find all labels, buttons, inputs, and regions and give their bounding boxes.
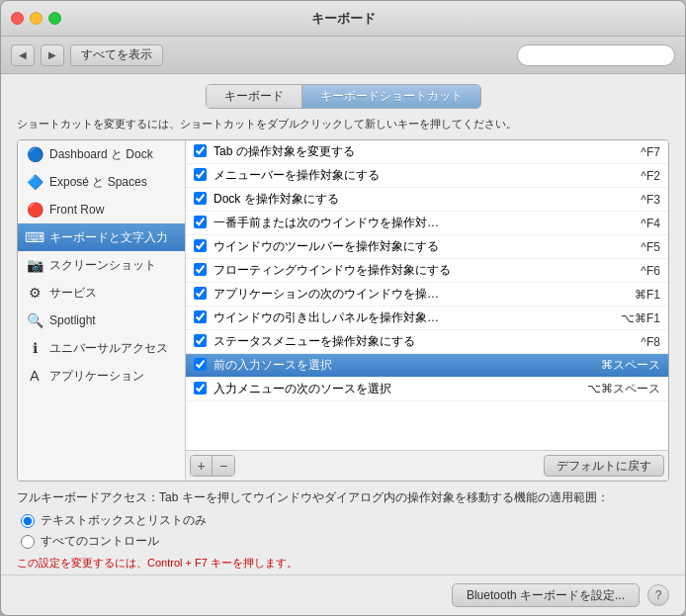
tab-keyboard[interactable]: キーボード — [207, 85, 302, 108]
traffic-lights — [11, 12, 61, 25]
sidebar-item-front-row[interactable]: 🔴Front Row — [18, 196, 185, 223]
sidebar-icon-universal-access: ℹ — [26, 339, 43, 357]
sidebar-item-spotlight[interactable]: 🔍Spotlight — [18, 307, 185, 334]
radio-text-list[interactable]: テキストボックスとリストのみ — [21, 512, 669, 529]
maximize-button[interactable] — [48, 12, 61, 25]
tab-shortcuts[interactable]: キーボードショートカット — [302, 85, 480, 108]
sidebar-icon-services: ⚙ — [26, 284, 43, 302]
shortcut-hint: ショートカットを変更するには、ショートカットをダブルクリックして新しいキーを押し… — [17, 117, 669, 132]
shortcut-label: アプリケーションの次のウインドウを操… — [214, 286, 627, 303]
shortcut-checkbox-5[interactable] — [194, 263, 207, 276]
sidebar: 🔵Dashboard と Dock🔷Exposé と Spaces🔴Front … — [18, 140, 186, 481]
radio-group: テキストボックスとリストのみ すべてのコントロール — [21, 512, 669, 550]
radio-all-controls-input[interactable] — [21, 535, 35, 549]
shortcut-checkbox-6[interactable] — [194, 287, 207, 300]
right-panel: Tab の操作対象を変更する^F7メニューバーを操作対象にする^F2Dock を… — [186, 140, 668, 481]
radio-all-controls[interactable]: すべてのコントロール — [21, 533, 669, 550]
search-input[interactable] — [517, 44, 675, 66]
shortcut-label: Dock を操作対象にする — [214, 191, 633, 208]
shortcut-key: ^F2 — [633, 169, 660, 183]
shortcut-row[interactable]: Tab の操作対象を変更する^F7 — [186, 140, 668, 164]
forward-button[interactable]: ▶ — [41, 44, 64, 66]
radio-text-list-input[interactable] — [21, 514, 35, 528]
sidebar-icon-expose-spaces: 🔷 — [26, 173, 43, 191]
sidebar-item-expose-spaces[interactable]: 🔷Exposé と Spaces — [18, 168, 185, 196]
shortcut-key: ^F4 — [633, 217, 660, 230]
help-button[interactable]: ? — [647, 584, 669, 606]
shortcut-key: ^F5 — [633, 240, 660, 254]
shortcut-checkbox-7[interactable] — [194, 310, 207, 323]
shortcut-label: ウインドウの引き出しパネルを操作対象… — [214, 309, 613, 326]
shortcut-key: ^F6 — [633, 264, 660, 278]
bottom-section: フルキーボードアクセス：Tab キーを押してウインドウやダイアログ内の操作対象を… — [17, 482, 669, 574]
close-button[interactable] — [11, 12, 24, 25]
shortcut-key: ^F8 — [633, 335, 660, 349]
shortcut-checkbox-3[interactable] — [194, 216, 207, 228]
shortcut-checkbox-10[interactable] — [194, 382, 207, 395]
shortcut-checkbox-0[interactable] — [194, 144, 207, 157]
shortcut-row[interactable]: メニューバーを操作対象にする^F2 — [186, 164, 668, 188]
shortcut-label: Tab の操作対象を変更する — [214, 143, 633, 160]
radio-text-list-label: テキストボックスとリストのみ — [41, 512, 207, 529]
shortcut-checkbox-8[interactable] — [194, 334, 207, 347]
shortcut-row[interactable]: アプリケーションの次のウインドウを操…⌘F1 — [186, 283, 668, 307]
shortcut-label: 前の入力ソースを選択 — [214, 357, 593, 374]
shortcut-label: ステータスメニューを操作対象にする — [214, 333, 633, 350]
show-all-button[interactable]: すべてを表示 — [70, 44, 163, 66]
shortcut-label: 入力メニューの次のソースを選択 — [214, 381, 579, 397]
shortcut-row[interactable]: ウインドウの引き出しパネルを操作対象…⌥⌘F1 — [186, 307, 668, 330]
shortcut-checkbox-9[interactable] — [194, 358, 207, 371]
sidebar-icon-front-row: 🔴 — [26, 201, 43, 219]
shortcut-key: ⌘F1 — [627, 288, 660, 302]
sidebar-label-front-row: Front Row — [49, 203, 104, 217]
tab-group: キーボード キーボードショートカット — [206, 84, 481, 109]
add-remove-group: + − — [190, 455, 235, 477]
sidebar-label-expose-spaces: Exposé と Spaces — [49, 174, 147, 191]
sidebar-item-keyboard-input[interactable]: ⌨キーボードと文字入力 — [18, 223, 185, 251]
sidebar-item-screenshot[interactable]: 📷スクリーンショット — [18, 251, 185, 279]
shortcut-row[interactable]: 入力メニューの次のソースを選択⌥⌘スペース — [186, 378, 668, 401]
sidebar-icon-screenshot: 📷 — [26, 256, 43, 274]
remove-shortcut-button[interactable]: − — [213, 456, 234, 476]
shortcut-row[interactable]: ステータスメニューを操作対象にする^F8 — [186, 330, 668, 354]
shortcut-key: ⌥⌘F1 — [613, 311, 660, 325]
window-title: キーボード — [311, 10, 376, 28]
sidebar-label-spotlight: Spotlight — [49, 313, 96, 327]
shortcuts-table: Tab の操作対象を変更する^F7メニューバーを操作対象にする^F2Dock を… — [186, 140, 668, 450]
shortcut-checkbox-4[interactable] — [194, 239, 207, 252]
default-button[interactable]: デフォルトに戻す — [544, 455, 664, 477]
shortcut-label: フローティングウインドウを操作対象にする — [214, 262, 633, 279]
sidebar-label-dashboard-dock: Dashboard と Dock — [49, 146, 153, 163]
sidebar-item-dashboard-dock[interactable]: 🔵Dashboard と Dock — [18, 140, 185, 168]
sidebar-label-applications: アプリケーション — [49, 368, 144, 385]
shortcut-row[interactable]: 一番手前または次のウインドウを操作対…^F4 — [186, 212, 668, 235]
shortcut-label: メニューバーを操作対象にする — [214, 167, 633, 184]
sidebar-item-applications[interactable]: Aアプリケーション — [18, 362, 185, 390]
main-content: ショートカットを変更するには、ショートカットをダブルクリックして新しいキーを押し… — [1, 117, 685, 574]
shortcut-row[interactable]: Dock を操作対象にする^F3 — [186, 188, 668, 212]
back-button[interactable]: ◀ — [11, 44, 35, 66]
shortcut-checkbox-1[interactable] — [194, 168, 207, 181]
shortcut-label: ウインドウのツールバーを操作対象にする — [214, 238, 633, 255]
shortcut-checkbox-2[interactable] — [194, 192, 207, 205]
shortcut-row[interactable]: ウインドウのツールバーを操作対象にする^F5 — [186, 235, 668, 259]
shortcut-row[interactable]: 前の入力ソースを選択⌘スペース — [186, 354, 668, 378]
sidebar-icon-applications: A — [26, 367, 43, 385]
sidebar-label-services: サービス — [49, 285, 97, 302]
tab-bar: キーボード キーボードショートカット — [1, 74, 685, 117]
sidebar-item-services[interactable]: ⚙サービス — [18, 279, 185, 307]
bluetooth-button[interactable]: Bluetooth キーボードを設定... — [452, 583, 640, 607]
shortcut-key: ⌘スペース — [593, 357, 660, 374]
sidebar-item-universal-access[interactable]: ℹユニバーサルアクセス — [18, 334, 185, 362]
main-window: キーボード ◀ ▶ すべてを表示 🔍 キーボード キーボードショートカット ショ… — [0, 0, 686, 616]
shortcut-key: ^F3 — [633, 193, 660, 207]
add-shortcut-button[interactable]: + — [191, 456, 213, 476]
shortcut-row[interactable]: フローティングウインドウを操作対象にする^F6 — [186, 259, 668, 283]
footer: Bluetooth キーボードを設定... ? — [1, 574, 685, 615]
minimize-button[interactable] — [30, 12, 43, 25]
toolbar: ◀ ▶ すべてを表示 🔍 — [1, 37, 685, 74]
sidebar-label-screenshot: スクリーンショット — [49, 257, 156, 274]
search-wrapper: 🔍 — [517, 44, 675, 66]
sidebar-icon-dashboard-dock: 🔵 — [26, 145, 43, 163]
sidebar-icon-keyboard-input: ⌨ — [26, 228, 43, 246]
